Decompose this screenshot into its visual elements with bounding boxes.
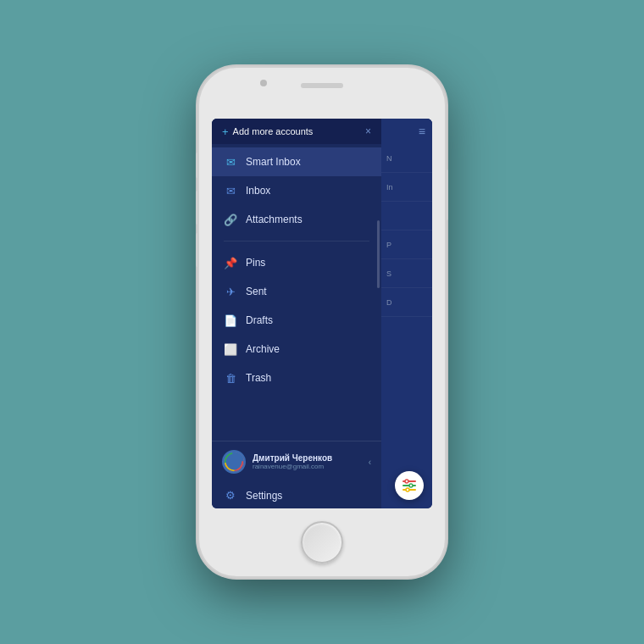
scrollbar-indicator — [377, 220, 380, 288]
chevron-left-icon: ‹ — [369, 458, 371, 467]
home-button[interactable] — [301, 521, 343, 564]
right-panel-item-4: P — [381, 230, 432, 259]
sent-label: Sent — [246, 286, 267, 297]
fab-button[interactable] — [395, 471, 424, 500]
volume-up-button — [196, 191, 199, 225]
right-panel-label-5: S — [386, 269, 391, 278]
trash-icon: 🗑 — [224, 372, 237, 385]
settings-row[interactable]: ⚙ Settings — [212, 482, 381, 508]
earpiece-speaker — [301, 83, 343, 88]
nav-item-attachments[interactable]: 🔗 Attachments — [212, 205, 381, 234]
drafts-icon: 📄 — [224, 314, 237, 327]
right-panel-item: N — [381, 144, 432, 173]
pins-icon: 📌 — [224, 257, 237, 269]
inbox-label: Inbox — [246, 185, 270, 197]
power-button — [445, 169, 448, 220]
svg-point-7 — [409, 484, 413, 487]
nav-item-pins[interactable]: 📌 Pins — [212, 248, 381, 277]
phone-screen: ≡ N In P S D — [212, 119, 432, 508]
right-panel-label-4: P — [386, 241, 391, 249]
nav-item-smart-inbox[interactable]: ✉ Smart Inbox — [212, 147, 381, 176]
filter-icon — [402, 477, 417, 495]
trash-label: Trash — [246, 372, 271, 384]
inbox-icon: ✉ — [224, 185, 237, 197]
account-info: Дмитрий Черенков rainavenue@gmail.com — [253, 453, 362, 470]
nav-section-main: ✉ Smart Inbox ✉ Inbox 🔗 Attachments — [212, 144, 381, 237]
hamburger-icon: ≡ — [419, 125, 425, 138]
sent-icon: ✈ — [224, 286, 237, 298]
close-icon[interactable]: × — [365, 125, 371, 137]
settings-left: ⚙ Settings — [224, 489, 282, 502]
nav-item-inbox[interactable]: ✉ Inbox — [212, 176, 381, 205]
front-camera — [260, 80, 267, 86]
nav-item-archive[interactable]: ⬜ Archive — [212, 335, 381, 364]
attachments-label: Attachments — [246, 214, 303, 225]
mute-button — [196, 153, 199, 178]
right-panel: ≡ N In P S D — [381, 119, 432, 508]
phone-bottom — [199, 508, 445, 576]
svg-point-5 — [405, 480, 408, 483]
right-panel-item-5: S — [381, 259, 432, 288]
drawer-header: + Add more accounts × — [212, 119, 381, 144]
smart-inbox-label: Smart Inbox — [246, 156, 301, 168]
nav-item-sent[interactable]: ✈ Sent — [212, 277, 381, 306]
archive-icon: ⬜ — [224, 343, 237, 356]
account-email: rainavenue@gmail.com — [253, 463, 362, 470]
right-panel-label-6: D — [386, 298, 392, 307]
volume-down-button — [196, 233, 199, 267]
plus-icon: + — [222, 125, 229, 138]
avatar — [222, 450, 246, 474]
svg-point-0 — [224, 452, 244, 472]
settings-label: Settings — [246, 490, 282, 502]
right-panel-header: ≡ — [381, 119, 432, 144]
right-panel-item-3 — [381, 202, 432, 230]
add-accounts-label: Add more accounts — [233, 126, 314, 136]
nav-item-drafts[interactable]: 📄 Drafts — [212, 306, 381, 335]
account-section[interactable]: Дмитрий Черенков rainavenue@gmail.com ‹ — [212, 441, 381, 482]
account-name: Дмитрий Черенков — [253, 453, 362, 463]
pins-label: Pins — [246, 257, 265, 269]
nav-section-secondary: 📌 Pins ✈ Sent 📄 Drafts ⬜ Archive 🗑 — [212, 245, 381, 396]
phone-shell: ≡ N In P S D — [199, 68, 445, 576]
right-panel-label-1: N — [386, 154, 392, 163]
right-panel-label-2: In — [386, 183, 393, 192]
settings-icon: ⚙ — [224, 489, 237, 502]
nav-drawer: + Add more accounts × ✉ Smart Inbox ✉ In… — [212, 119, 381, 508]
archive-label: Archive — [246, 343, 280, 355]
phone-top — [199, 68, 445, 119]
svg-point-9 — [406, 488, 409, 491]
right-panel-item-6: D — [381, 288, 432, 317]
right-panel-item-2: In — [381, 173, 432, 202]
attachments-icon: 🔗 — [224, 214, 237, 226]
add-accounts-button[interactable]: + Add more accounts — [222, 125, 365, 138]
smart-inbox-icon: ✉ — [224, 156, 237, 169]
nav-item-trash[interactable]: 🗑 Trash — [212, 364, 381, 392]
drafts-label: Drafts — [246, 314, 273, 326]
nav-divider — [224, 241, 369, 242]
